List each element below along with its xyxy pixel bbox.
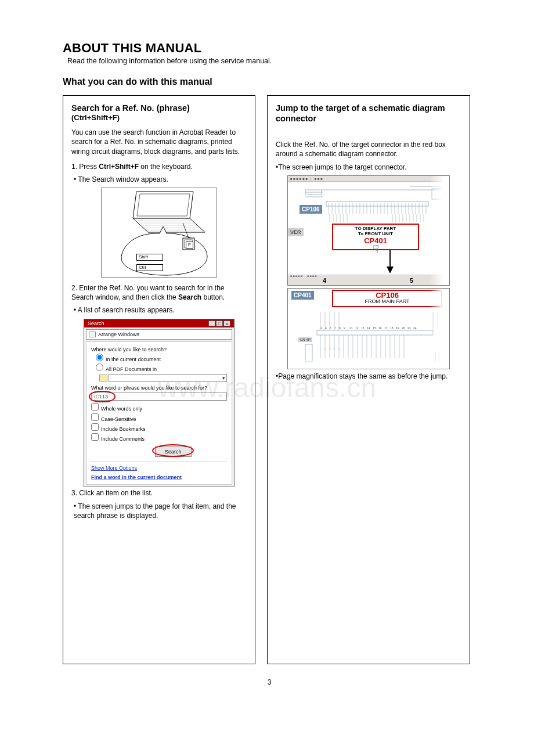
- left-heading: Search for a Ref. No. (phrase): [71, 103, 247, 113]
- step1: 1. Press Ctrl+Shift+F on the keyboard.: [71, 162, 247, 171]
- show-more-link[interactable]: Show More Options: [91, 465, 227, 471]
- right-panel: Jump to the target of a schematic diagra…: [267, 95, 470, 664]
- step1-sub: • The Search window appears.: [74, 175, 247, 184]
- label-cp106: CP106: [300, 205, 322, 214]
- radio-current-doc[interactable]: In the current document: [96, 354, 227, 363]
- check-case-input[interactable]: [91, 413, 99, 421]
- svg-rect-13: [432, 189, 442, 199]
- svg-text:23: 23: [407, 326, 411, 330]
- close-icon[interactable]: ×: [223, 321, 230, 326]
- where-question: Where would you like to search?: [91, 346, 227, 353]
- svg-text:20: 20: [402, 326, 405, 330]
- page-number: 3: [63, 678, 476, 686]
- svg-text:24: 24: [413, 326, 417, 330]
- svg-text:13: 13: [361, 326, 365, 330]
- check-comments[interactable]: Include Comments: [91, 433, 227, 442]
- step3-sub: • The screen jumps to the page for that …: [74, 502, 247, 520]
- check-case[interactable]: Case-Sensitive: [91, 413, 227, 423]
- what-question: What word or phrase would you like to se…: [91, 384, 227, 391]
- check-bm-input[interactable]: [91, 423, 99, 431]
- search-button[interactable]: Search: [155, 447, 192, 457]
- svg-text:15: 15: [373, 326, 376, 330]
- step2: 2. Enter the Ref. No. you want to search…: [71, 283, 247, 302]
- folder-dropdown[interactable]: [109, 374, 227, 382]
- radio-all-pdfs[interactable]: All PDF Documents in: [96, 363, 227, 373]
- page-title: ABOUT THIS MANUAL: [63, 41, 476, 56]
- schematic-top: ■ ■ ■ ■ ■ ■ | ■ ■ ■: [287, 175, 450, 286]
- svg-text:6: 6: [330, 326, 331, 330]
- search-input[interactable]: [91, 393, 227, 401]
- right-heading: Jump to the target of a schematic diagra…: [276, 103, 461, 124]
- cursor-icon: ☟: [373, 242, 379, 256]
- num-5: 5: [410, 276, 413, 285]
- minimize-icon[interactable]: _: [208, 321, 215, 326]
- left-desc: You can use the search function in Acrob…: [71, 128, 247, 156]
- svg-text:12: 12: [355, 326, 359, 330]
- check-whole-words[interactable]: Whole words only: [91, 403, 227, 412]
- radio-all-pdfs-input[interactable]: [96, 363, 103, 371]
- maximize-icon[interactable]: □: [216, 321, 223, 326]
- to-display-2: To FRONT UNIT: [333, 232, 418, 237]
- search-window: Search _□× Arrange Windows Where would y…: [84, 319, 234, 488]
- num-4: 4: [323, 276, 326, 285]
- arrange-icon: [89, 332, 96, 337]
- svg-text:18: 18: [390, 326, 394, 330]
- svg-text:2: 2: [320, 326, 322, 330]
- schematic-bottom: CP401 CP106 FROM MAIN PART 2467891112131…: [287, 288, 450, 369]
- key-ctrl: Ctrl: [136, 264, 163, 271]
- svg-text:17: 17: [384, 326, 388, 330]
- search-window-titlebar: Search _□×: [84, 319, 234, 327]
- arrange-windows-row[interactable]: Arrange Windows: [86, 329, 232, 340]
- svg-text:19: 19: [396, 326, 399, 330]
- check-bookmarks[interactable]: Include Bookmarks: [91, 423, 227, 433]
- step2-sub: • A list of search results appears.: [74, 305, 247, 315]
- window-buttons[interactable]: _□×: [208, 320, 230, 327]
- svg-rect-109: [305, 344, 312, 362]
- arrange-label: Arrange Windows: [98, 331, 139, 338]
- folder-icon: [99, 375, 107, 381]
- search-window-title: Search: [88, 320, 104, 327]
- radio-current-doc-input[interactable]: [96, 354, 103, 361]
- laptop-illustration: F Shift Ctrl: [101, 188, 217, 278]
- left-panel: Search for a Ref. No. (phrase) (Ctrl+Shi…: [63, 95, 255, 664]
- right-note: •Page magnification stays the same as be…: [276, 372, 461, 381]
- svg-text:9: 9: [344, 326, 345, 330]
- svg-text:8: 8: [339, 326, 341, 330]
- svg-text:4: 4: [325, 326, 327, 330]
- step3: 3. Click an item on the list.: [71, 488, 247, 498]
- right-desc-sub: •The screen jumps to the target connecto…: [276, 163, 461, 172]
- svg-marker-61: [387, 267, 394, 273]
- svg-text:11: 11: [349, 326, 353, 330]
- section-heading: What you can do with this manual: [63, 77, 476, 87]
- svg-text:14: 14: [367, 326, 370, 330]
- check-cm-input[interactable]: [91, 433, 99, 441]
- label-ver: VER: [288, 228, 304, 236]
- svg-text:7: 7: [334, 326, 336, 330]
- key-f: F: [186, 242, 193, 249]
- right-desc: Click the Ref. No. of the target connect…: [276, 140, 461, 159]
- svg-text:16: 16: [378, 326, 382, 330]
- key-shift: Shift: [136, 254, 163, 261]
- intro-text: Read the following information before us…: [67, 57, 476, 65]
- check-whole-input[interactable]: [91, 403, 99, 411]
- folder-select[interactable]: [99, 374, 227, 382]
- svg-rect-80: [317, 330, 433, 335]
- find-word-link[interactable]: Find a word in the current document: [91, 474, 227, 481]
- left-shortcut: (Ctrl+Shift+F): [71, 113, 247, 122]
